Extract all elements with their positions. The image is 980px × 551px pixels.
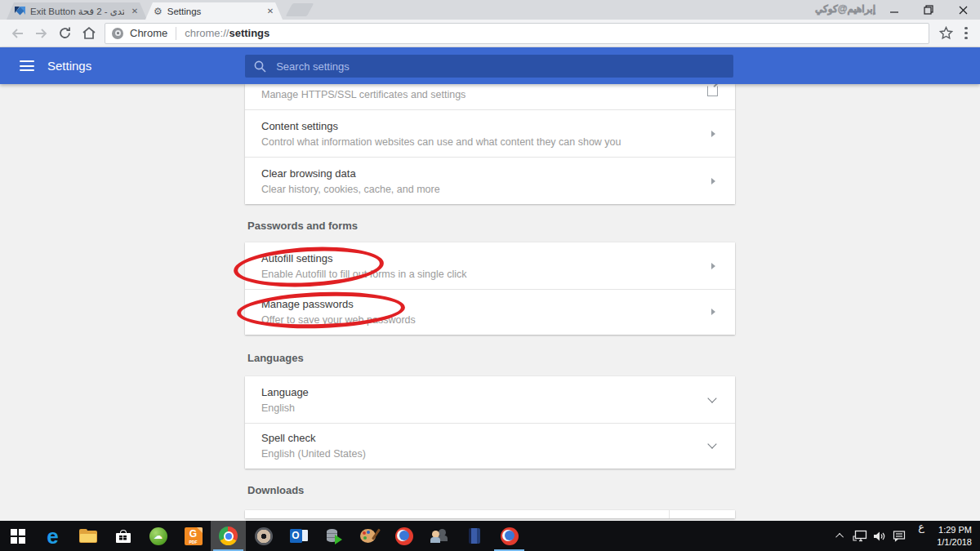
- tab-title: Settings: [167, 7, 260, 16]
- url-path: settings: [229, 27, 270, 39]
- tray-network[interactable]: [850, 521, 870, 551]
- search-icon: [253, 60, 266, 73]
- clock-time: 1:29 PM: [937, 524, 972, 535]
- row-title: Spell check: [261, 432, 709, 444]
- taskbar-edge[interactable]: e: [35, 521, 70, 551]
- hamburger-menu-button[interactable]: [20, 60, 34, 71]
- taskbar-notes-app[interactable]: [457, 521, 492, 551]
- gear-icon: ⚙: [154, 7, 163, 16]
- external-link-icon: [707, 86, 718, 96]
- arrow-right-icon: [711, 263, 715, 269]
- row-subtitle: Clear history, cookies, cache, and more: [261, 184, 711, 195]
- settings-header: Settings: [0, 47, 980, 84]
- chevron-down-icon: [707, 393, 716, 402]
- taskbar-contacts[interactable]: [421, 521, 457, 551]
- arrow-right-icon: [711, 131, 715, 137]
- clear-browsing-data-row[interactable]: Clear browsing data Clear history, cooki…: [245, 157, 735, 204]
- forward-button[interactable]: [30, 22, 52, 44]
- restore-icon: [924, 5, 933, 15]
- row-title: Clear browsing data: [261, 167, 711, 180]
- taskbar-chrome[interactable]: [211, 521, 246, 551]
- bookmark-star-button[interactable]: [934, 22, 957, 45]
- chevron-down-icon: [707, 439, 716, 448]
- section-label-languages: Languages: [245, 352, 735, 364]
- close-window-button[interactable]: [946, 0, 980, 20]
- chrome-product-icon: [112, 28, 123, 39]
- omnibox-app-name: Chrome: [130, 27, 167, 39]
- notebook-icon: [469, 528, 480, 544]
- new-tab-button[interactable]: [286, 3, 314, 16]
- language-row[interactable]: Language English: [245, 376, 735, 423]
- chrome-menu-button[interactable]: [957, 22, 980, 45]
- card-divider: [669, 510, 670, 518]
- taskbar-paint-tool[interactable]: [351, 521, 386, 551]
- forward-icon: [34, 27, 48, 40]
- content-settings-row[interactable]: Content settings Control what informatio…: [245, 109, 735, 157]
- disc-icon: [255, 527, 273, 545]
- window-controls: [877, 0, 980, 20]
- action-center-icon: [893, 530, 906, 542]
- start-button[interactable]: [0, 521, 35, 551]
- windows-logo-icon: [11, 529, 24, 543]
- omnibox-separator: [176, 27, 176, 40]
- close-tab-icon[interactable]: ✕: [129, 7, 140, 16]
- sphere-browser-icon: [501, 527, 519, 545]
- tab-exit-button[interactable]: Exit Button منتدى - 2 فحة ✕: [7, 2, 147, 20]
- chrome-icon: [219, 527, 238, 545]
- home-icon: [82, 26, 96, 40]
- row-subtitle: English (United States): [261, 448, 709, 460]
- clock-date: 1/1/2018: [937, 536, 972, 548]
- reload-button[interactable]: [54, 22, 76, 44]
- taskbar-pdf-app[interactable]: G PDF: [176, 521, 211, 551]
- network-icon: [853, 530, 867, 542]
- taskbar-outlook[interactable]: O: [281, 521, 316, 551]
- search-input[interactable]: [276, 60, 725, 73]
- arrow-right-icon: [711, 178, 715, 184]
- close-icon: [959, 6, 968, 15]
- page-title: Settings: [47, 59, 91, 73]
- three-dot-menu-icon: [964, 27, 967, 39]
- tab-settings[interactable]: ⚙ Settings ✕: [145, 2, 283, 20]
- settings-search-box[interactable]: [245, 55, 733, 78]
- tray-action-center[interactable]: [889, 521, 909, 551]
- chevron-up-icon: [835, 533, 844, 541]
- section-label-passwords: Passwords and forms: [245, 220, 735, 232]
- home-button[interactable]: [78, 22, 100, 44]
- taskbar-file-explorer[interactable]: [70, 521, 105, 551]
- spell-check-row[interactable]: Spell check English (United States): [245, 423, 735, 468]
- speaker-icon: [873, 531, 887, 542]
- tab-title: Exit Button منتدى - 2 فحة: [30, 6, 124, 17]
- tray-language-indicator[interactable]: ع: [909, 521, 933, 551]
- close-tab-icon[interactable]: ✕: [265, 7, 276, 16]
- downloads-card: [245, 510, 735, 518]
- chrome-window: Exit Button منتدى - 2 فحة ✕ ⚙ Settings ✕…: [0, 0, 980, 551]
- manage-certificates-row[interactable]: Manage HTTPS/SSL certificates and settin…: [245, 84, 735, 109]
- tray-show-hidden-icons[interactable]: [831, 521, 850, 551]
- taskbar-database-tool[interactable]: [316, 521, 351, 551]
- back-button[interactable]: [7, 22, 29, 44]
- folder-icon: [78, 529, 98, 544]
- row-title: Content settings: [261, 120, 711, 132]
- forum-favicon: [15, 6, 25, 16]
- taskbar-disc-tool[interactable]: [246, 521, 281, 551]
- minimize-button[interactable]: [877, 0, 911, 20]
- taskbar-cloud-app[interactable]: ☁: [140, 521, 176, 551]
- address-bar[interactable]: Chrome chrome:// settings: [105, 23, 929, 44]
- green-cloud-icon: ☁: [149, 527, 167, 545]
- restore-button[interactable]: [911, 0, 946, 20]
- taskbar-spacer: [527, 521, 831, 551]
- tab-strip: Exit Button منتدى - 2 فحة ✕ ⚙ Settings ✕…: [0, 0, 980, 20]
- reload-icon: [58, 26, 72, 40]
- tray-clock[interactable]: 1:29 PM 1/1/2018: [933, 521, 980, 551]
- outlook-icon: O: [290, 528, 308, 544]
- taskbar-sphere-browser-2[interactable]: [492, 521, 527, 551]
- star-icon: [939, 26, 953, 40]
- row-title: Language: [261, 386, 709, 398]
- taskbar-windows-store[interactable]: [105, 521, 140, 551]
- row-subtitle: Control what information websites can us…: [261, 136, 711, 148]
- taskbar-sphere-browser[interactable]: [386, 521, 421, 551]
- taskbar: e ☁ G PDF O: [0, 521, 980, 551]
- tray-volume[interactable]: [870, 521, 889, 551]
- store-bag-icon: [116, 530, 131, 543]
- palette-icon: [360, 527, 378, 545]
